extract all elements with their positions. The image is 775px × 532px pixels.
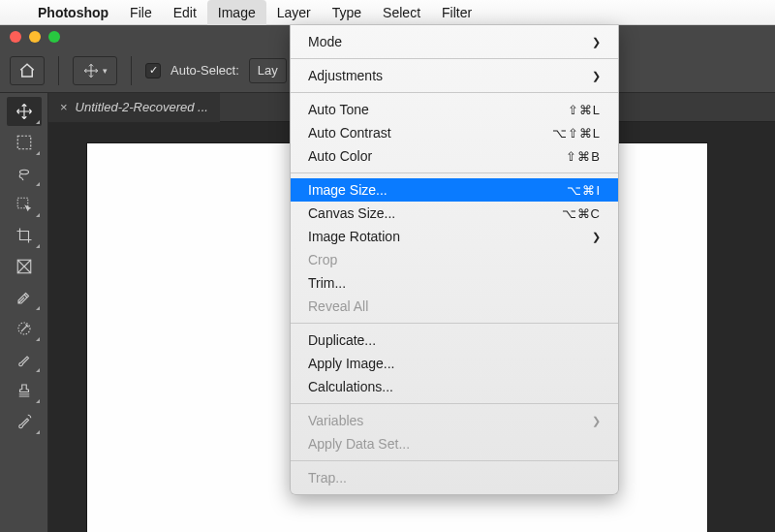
chevron-down-icon: ▾ [103, 66, 108, 76]
chevron-right-icon: ❯ [592, 36, 601, 48]
shortcut: ⌥⌘I [567, 183, 601, 198]
history-brush-tool[interactable] [7, 407, 42, 436]
menu-item-image-size[interactable]: Image Size...⌥⌘I [291, 178, 618, 202]
shortcut: ⇧⌘B [566, 149, 601, 164]
separator [291, 58, 618, 59]
zoom-icon[interactable] [48, 31, 60, 43]
menu-app[interactable]: Photoshop [27, 0, 119, 25]
menu-item-auto-contrast[interactable]: Auto Contrast⌥⇧⌘L [291, 121, 618, 144]
menu-item-apply-image[interactable]: Apply Image... [291, 352, 618, 375]
auto-select-label: Auto-Select: [170, 63, 239, 78]
menu-layer[interactable]: Layer [266, 0, 322, 25]
auto-select-checkbox[interactable]: ✓ [145, 63, 161, 78]
move-tool[interactable] [7, 97, 42, 126]
image-menu-dropdown: Mode❯ Adjustments❯ Auto Tone⇧⌘L Auto Con… [290, 25, 619, 495]
close-icon[interactable] [10, 31, 21, 43]
tools-panel [0, 93, 48, 532]
healing-brush-tool[interactable] [7, 314, 42, 343]
quick-select-tool[interactable] [7, 190, 42, 219]
auto-select-value: Lay [258, 63, 278, 78]
menu-item-auto-tone[interactable]: Auto Tone⇧⌘L [291, 98, 618, 121]
separator [291, 172, 618, 173]
menu-item-adjustments[interactable]: Adjustments❯ [291, 64, 618, 87]
tab-title: Untitled-2-Recovered ... [76, 100, 208, 114]
auto-select-dropdown[interactable]: Lay [249, 58, 287, 83]
menu-item-image-rotation[interactable]: Image Rotation❯ [291, 225, 618, 248]
marquee-tool[interactable] [7, 128, 42, 157]
menu-image[interactable]: Image [207, 0, 266, 25]
chevron-right-icon: ❯ [592, 231, 601, 243]
stamp-tool[interactable] [7, 376, 42, 405]
chevron-right-icon: ❯ [592, 70, 601, 82]
separator [291, 323, 618, 324]
eyedropper-tool[interactable] [7, 283, 42, 312]
menu-item-reveal-all: Reveal All [291, 295, 618, 318]
separator [291, 403, 618, 404]
svg-rect-0 [17, 136, 31, 149]
home-button[interactable] [10, 56, 45, 85]
tool-preset-picker[interactable]: ▾ [73, 56, 117, 85]
lasso-tool[interactable] [7, 159, 42, 188]
menu-item-mode[interactable]: Mode❯ [291, 30, 618, 53]
separator [291, 460, 618, 461]
menu-item-apply-data-set: Apply Data Set... [291, 432, 618, 455]
shortcut: ⌥⌘C [562, 206, 601, 221]
menu-item-duplicate[interactable]: Duplicate... [291, 329, 618, 352]
brush-tool[interactable] [7, 345, 42, 374]
menu-item-trim[interactable]: Trim... [291, 271, 618, 295]
frame-tool[interactable] [7, 252, 42, 281]
mac-menubar: Photoshop File Edit Image Layer Type Sel… [0, 0, 775, 25]
document-tab[interactable]: × Untitled-2-Recovered ... [48, 93, 220, 122]
shortcut: ⇧⌘L [568, 103, 601, 117]
menu-type[interactable]: Type [322, 0, 372, 25]
menu-item-trap: Trap... [291, 466, 618, 489]
minimize-icon[interactable] [29, 31, 41, 43]
menu-item-variables: Variables❯ [291, 409, 618, 432]
menu-filter[interactable]: Filter [431, 0, 482, 25]
divider [131, 56, 132, 85]
divider [58, 56, 59, 85]
menu-item-calculations[interactable]: Calculations... [291, 375, 618, 398]
crop-tool[interactable] [7, 221, 42, 250]
traffic-lights [10, 31, 60, 43]
menu-select[interactable]: Select [372, 0, 431, 25]
chevron-right-icon: ❯ [592, 415, 601, 427]
close-tab-icon[interactable]: × [60, 100, 68, 114]
menu-file[interactable]: File [119, 0, 163, 25]
menu-item-auto-color[interactable]: Auto Color⇧⌘B [291, 144, 618, 168]
separator [291, 92, 618, 93]
menu-item-crop: Crop [291, 248, 618, 271]
shortcut: ⌥⇧⌘L [552, 126, 601, 141]
menu-edit[interactable]: Edit [163, 0, 207, 25]
menu-item-canvas-size[interactable]: Canvas Size...⌥⌘C [291, 202, 618, 225]
